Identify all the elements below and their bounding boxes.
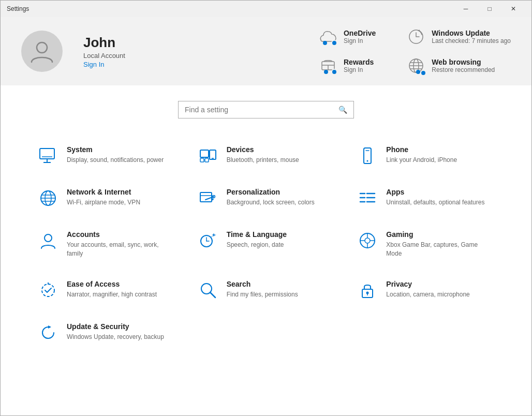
windows-update-title: Windows Update (432, 29, 511, 37)
system-title: System (67, 145, 164, 154)
close-button[interactable]: ✕ (501, 1, 525, 17)
profile-signin-link[interactable]: Sign In (83, 61, 125, 68)
settings-item-accounts[interactable]: Accounts Your accounts, email, sync, wor… (32, 222, 181, 266)
network-icon (38, 188, 58, 209)
settings-item-search[interactable]: Search Find my files, permissions (191, 272, 341, 309)
svg-point-1 (323, 41, 327, 45)
devices-text: Devices Bluetooth, printers, mouse (227, 145, 299, 165)
svg-point-55 (366, 291, 369, 294)
windows-update-text: Windows Update Last checked: 7 minutes a… (432, 29, 511, 44)
settings-item-update[interactable]: Update & Security Windows Update, recove… (32, 314, 181, 351)
web-browsing-icon (407, 56, 425, 75)
ease-text: Ease of Access Narrator, magnifier, high… (67, 280, 157, 299)
settings-item-time[interactable]: Time & Language Speech, region, date (191, 222, 341, 266)
accounts-title: Accounts (67, 230, 175, 239)
apps-icon (357, 188, 378, 209)
settings-item-network[interactable]: Network & Internet Wi-Fi, airplane mode,… (32, 180, 181, 217)
svg-rect-30 (200, 192, 212, 202)
profile-name: John (83, 35, 125, 51)
svg-line-53 (210, 292, 215, 298)
update-title: Update & Security (67, 322, 164, 331)
accounts-desc: Your accounts, email, sync, work, family (67, 241, 175, 258)
main-content: 🔍 System Display, sound, notifications, … (1, 85, 531, 416)
privacy-text: Privacy Location, camera, microphone (386, 280, 469, 299)
phone-desc: Link your Android, iPhone (386, 156, 457, 165)
search-icon: 🔍 (338, 106, 347, 114)
privacy-icon (357, 280, 378, 301)
phone-title: Phone (386, 145, 457, 154)
web-browsing-dot (420, 70, 426, 76)
app-title: Settings (7, 5, 29, 12)
devices-icon (198, 145, 218, 166)
profile-account-type: Local Account (83, 52, 125, 60)
service-windows-update[interactable]: Windows Update Last checked: 7 minutes a… (407, 27, 511, 46)
devices-desc: Bluetooth, printers, mouse (227, 156, 299, 165)
svg-point-45 (365, 238, 370, 243)
ease-icon (38, 280, 58, 301)
settings-item-system[interactable]: System Display, sound, notifications, po… (32, 137, 181, 174)
personalization-desc: Background, lock screen, colors (227, 198, 315, 207)
settings-item-phone[interactable]: Phone Link your Android, iPhone (351, 137, 500, 174)
minimize-button[interactable]: ─ (454, 1, 478, 17)
windows-update-icon (407, 27, 425, 46)
search-settings-desc: Find my files, permissions (227, 290, 298, 299)
gaming-icon (357, 230, 378, 251)
service-group-right: Windows Update Last checked: 7 minutes a… (407, 27, 511, 75)
time-title: Time & Language (227, 230, 287, 239)
settings-item-personalization[interactable]: Personalization Background, lock screen,… (191, 180, 341, 217)
phone-text: Phone Link your Android, iPhone (386, 145, 457, 165)
settings-item-devices[interactable]: Devices Bluetooth, printers, mouse (191, 137, 341, 174)
privacy-desc: Location, camera, microphone (386, 290, 469, 299)
svg-point-12 (416, 70, 420, 74)
onedrive-title: OneDrive (344, 29, 376, 37)
personalization-text: Personalization Background, lock screen,… (227, 188, 315, 207)
system-text: System Display, sound, notifications, po… (67, 145, 164, 165)
rewards-text: Rewards Sign In (344, 58, 374, 73)
web-browsing-text: Web browsing Restore recommended (432, 58, 495, 73)
profile-header: John Local Account Sign In OneDrive Sign… (1, 17, 531, 85)
profile-services: OneDrive Sign In Rewards (319, 27, 511, 75)
apps-desc: Uninstall, defaults, optional features (386, 198, 484, 207)
system-icon (38, 145, 58, 166)
search-container: 🔍 (32, 101, 500, 118)
svg-rect-17 (200, 150, 209, 157)
svg-rect-13 (40, 148, 54, 159)
ease-title: Ease of Access (67, 280, 157, 288)
personalization-title: Personalization (227, 188, 315, 196)
apps-title: Apps (386, 188, 484, 196)
network-title: Network & Internet (67, 188, 140, 196)
apps-text: Apps Uninstall, defaults, optional featu… (386, 188, 484, 207)
search-box[interactable]: 🔍 (178, 101, 354, 118)
network-text: Network & Internet Wi-Fi, airplane mode,… (67, 188, 140, 207)
devices-title: Devices (227, 145, 299, 154)
windows-update-subtitle: Last checked: 7 minutes ago (432, 37, 511, 44)
service-group-left: OneDrive Sign In Rewards (319, 27, 376, 75)
avatar (21, 31, 63, 72)
settings-item-privacy[interactable]: Privacy Location, camera, microphone (351, 272, 500, 309)
settings-item-gaming[interactable]: Gaming Xbox Game Bar, captures, Game Mod… (351, 222, 500, 266)
ease-desc: Narrator, magnifier, high contrast (67, 290, 157, 299)
service-onedrive[interactable]: OneDrive Sign In (319, 27, 376, 46)
accounts-text: Accounts Your accounts, email, sync, wor… (67, 230, 175, 258)
onedrive-dot (331, 40, 337, 46)
settings-item-ease[interactable]: Ease of Access Narrator, magnifier, high… (32, 272, 181, 309)
svg-rect-19 (205, 158, 209, 162)
accounts-icon (38, 230, 58, 251)
search-input[interactable] (185, 106, 338, 114)
system-desc: Display, sound, notifications, power (67, 156, 164, 165)
rewards-dot (331, 69, 337, 75)
gaming-title: Gaming (386, 230, 494, 239)
svg-point-24 (367, 160, 368, 162)
settings-grid: System Display, sound, notifications, po… (32, 137, 500, 351)
maximize-button[interactable]: □ (478, 1, 501, 17)
service-rewards[interactable]: Rewards Sign In (319, 56, 376, 75)
settings-item-apps[interactable]: Apps Uninstall, defaults, optional featu… (351, 180, 500, 217)
search-settings-title: Search (227, 280, 298, 288)
svg-point-0 (37, 42, 47, 53)
web-browsing-subtitle: Restore recommended (432, 66, 495, 73)
gaming-text: Gaming Xbox Game Bar, captures, Game Mod… (386, 230, 494, 258)
update-icon (38, 322, 58, 343)
service-web-browsing[interactable]: Web browsing Restore recommended (407, 56, 511, 75)
svg-rect-18 (200, 158, 204, 162)
search-settings-icon (198, 280, 218, 301)
